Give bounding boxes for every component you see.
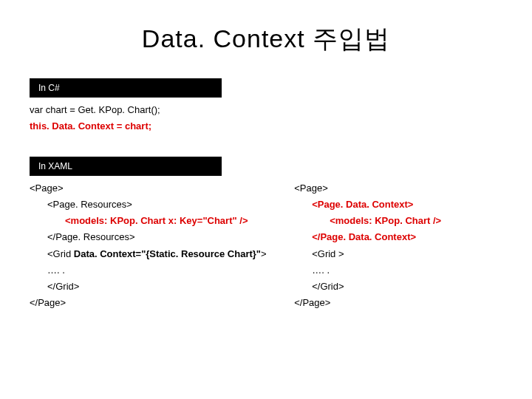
- code-line: <Page>: [30, 180, 279, 197]
- xaml-left-column: <Page> <Page. Resources> <models: KPop. …: [30, 180, 279, 311]
- code-line: …. .: [294, 262, 502, 279]
- code-span: >: [261, 248, 267, 259]
- code-line: <Page>: [294, 180, 502, 197]
- code-line: </Page>: [294, 295, 502, 311]
- code-line: <Grid >: [294, 246, 502, 262]
- code-line: </Page. Resources>: [30, 229, 279, 245]
- code-line-highlight: <Page. Data. Context>: [294, 197, 502, 213]
- xaml-label: In XAML: [30, 157, 222, 176]
- code-line-highlight: <models: KPop. Chart x: Key="Chart" />: [30, 213, 279, 229]
- xaml-columns: <Page> <Page. Resources> <models: KPop. …: [30, 180, 502, 311]
- code-line-highlight: </Page. Data. Context>: [294, 229, 502, 245]
- code-line: </Grid>: [294, 279, 502, 295]
- code-line: <Grid Data. Context="{Static. Resource C…: [30, 246, 279, 262]
- code-line-highlight: this. Data. Context = chart;: [30, 118, 502, 134]
- code-line: </Page>: [30, 295, 279, 311]
- xaml-right-column: <Page> <Page. Data. Context> <models: KP…: [294, 180, 502, 311]
- code-line: var chart = Get. KPop. Chart();: [30, 102, 502, 118]
- code-line: </Grid>: [30, 279, 279, 295]
- csharp-code: var chart = Get. KPop. Chart(); this. Da…: [30, 102, 502, 134]
- code-span-bold: Data. Context="{Static. Resource Chart}": [74, 248, 261, 259]
- code-span: <Grid: [47, 248, 74, 259]
- code-line: <Page. Resources>: [30, 197, 279, 213]
- code-line-highlight: <models: KPop. Chart />: [294, 213, 502, 229]
- code-line: …. .: [30, 262, 279, 279]
- page-title: Data. Context 주입법: [30, 22, 502, 56]
- csharp-label: In C#: [30, 78, 222, 98]
